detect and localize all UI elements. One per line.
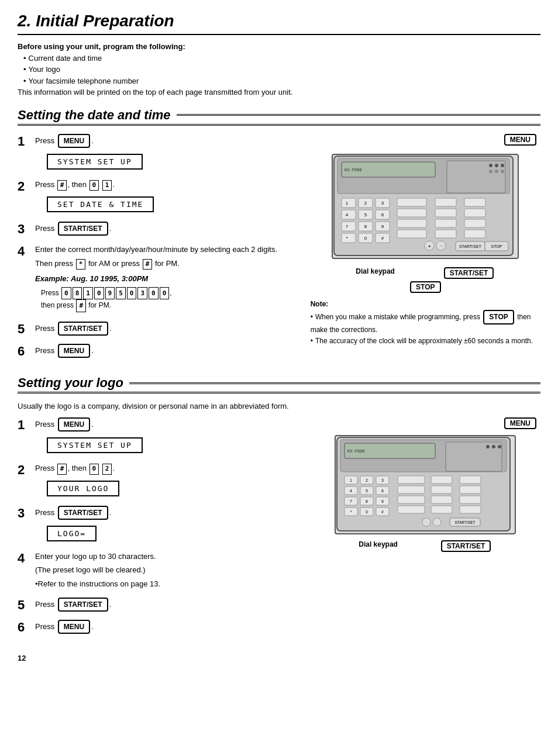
svg-text:9: 9 [381, 224, 384, 229]
lcd-your-logo: YOUR LOGO [47, 481, 119, 496]
svg-rect-17 [342, 210, 356, 219]
step-1: 1 Press MENU. SYSTEM SET UP [18, 134, 299, 173]
svg-rect-96 [460, 486, 481, 493]
svg-rect-94 [431, 506, 452, 513]
stop-diagram-label: STOP [410, 281, 440, 293]
section2-title: Setting your logo [18, 375, 540, 393]
svg-point-10 [501, 170, 504, 173]
svg-text:6: 6 [381, 212, 384, 218]
example-block: Example: Aug. 10 1995, 3:00PM Press 0810… [35, 273, 299, 312]
section1-diagram: MENU KX-F900 [311, 134, 540, 367]
svg-point-5 [489, 164, 492, 167]
menu-button-6: MENU [58, 344, 90, 358]
svg-text:#: # [381, 236, 384, 241]
logo-step-1: 1 Press MENU. SYSTEM SET UP [18, 417, 299, 457]
step-4: 4 Enter the correct month/day/year/hour/… [18, 244, 299, 316]
section2-diagram: MENU KX-F900 1 2 3 4 [311, 417, 540, 642]
fax-machine-diagram-2: KX-F900 1 2 3 4 5 6 7 [335, 435, 516, 534]
svg-rect-95 [460, 476, 481, 484]
svg-rect-39 [435, 198, 456, 206]
zero-key: 0 [89, 180, 99, 191]
menu-button-label: MENU [58, 134, 90, 148]
dial-keypad-label: Dial keypad [356, 267, 395, 279]
logo-step-5: 5 Press START/SET. [18, 598, 299, 614]
svg-text:3: 3 [381, 478, 384, 482]
svg-rect-44 [464, 209, 485, 217]
svg-rect-98 [460, 506, 481, 513]
svg-point-60 [486, 445, 490, 448]
svg-text:5: 5 [364, 212, 367, 218]
hash-key: # [57, 180, 67, 191]
fax-machine-diagram-1: KX-F900 1 2 3 4 [332, 154, 519, 259]
svg-text:5: 5 [366, 489, 368, 493]
svg-point-9 [495, 170, 498, 173]
startset-logo3: START/SET [58, 506, 108, 520]
startset-button-5: START/SET [58, 322, 108, 336]
svg-text:→: → [439, 244, 443, 248]
svg-rect-29 [342, 233, 356, 243]
section2-steps: 1 Press MENU. SYSTEM SET UP 2 Press #, t… [18, 417, 299, 642]
diagram2-labels: Dial keypad START/SET [337, 540, 513, 552]
svg-text:STOP: STOP [491, 244, 502, 248]
svg-rect-91 [431, 476, 452, 484]
svg-rect-88 [398, 486, 425, 493]
svg-text:START/SET: START/SET [455, 520, 476, 524]
svg-rect-38 [397, 230, 426, 238]
svg-text:2: 2 [366, 478, 368, 482]
zero-key-logo: 0 [89, 464, 99, 475]
svg-rect-37 [397, 219, 426, 227]
page-title: 2. Initial Preparation [18, 12, 540, 35]
svg-rect-90 [398, 506, 425, 513]
menu-button-logo1: MENU [58, 417, 90, 431]
star-key: * [76, 259, 86, 270]
lcd-set-date-time: SET DATE & TIME [47, 196, 154, 212]
svg-point-8 [489, 170, 492, 173]
svg-rect-46 [464, 230, 485, 238]
svg-rect-41 [435, 219, 456, 227]
svg-text:9: 9 [381, 499, 384, 503]
page-number: 12 [18, 654, 540, 662]
intro-block: Before using your unit, program the foll… [18, 41, 540, 98]
svg-text:6: 6 [381, 489, 384, 493]
menu-logo6: MENU [58, 620, 90, 634]
one-key: 1 [102, 180, 112, 191]
svg-rect-89 [398, 496, 425, 503]
svg-rect-93 [431, 496, 452, 503]
svg-text:●: ● [428, 244, 430, 248]
svg-point-6 [495, 164, 498, 167]
svg-rect-92 [431, 486, 452, 493]
menu-label-diagram1: MENU [504, 134, 536, 146]
svg-rect-87 [398, 476, 425, 484]
logo-step-3: 3 Press START/SET. LOGO= [18, 506, 299, 545]
lcd-system-setup: SYSTEM SET UP [47, 154, 143, 170]
svg-text:4: 4 [346, 212, 349, 218]
startset-logo5: START/SET [58, 598, 108, 612]
svg-rect-42 [435, 230, 456, 238]
svg-text:*: * [346, 236, 348, 241]
hash-key-pm: # [143, 259, 153, 270]
logo-step-4: 4 Enter your logo up to 30 characters. (… [18, 551, 299, 592]
logo-step-2: 2 Press #, then 0 2. YOUR LOGO [18, 462, 299, 500]
logo-step-6: 6 Press MENU. [18, 620, 299, 636]
svg-point-62 [498, 445, 501, 448]
svg-rect-43 [464, 198, 485, 206]
svg-text:3: 3 [381, 201, 384, 206]
startset-label2: START/SET [441, 540, 491, 552]
step-3: 3 Press START/SET. [18, 222, 299, 238]
svg-text:8: 8 [366, 499, 368, 503]
step-2: 2 Press #, then 0 1. SET DATE & TIME [18, 179, 299, 216]
svg-rect-40 [435, 209, 456, 217]
svg-text:1: 1 [346, 201, 349, 206]
section1-title: Setting the date and time [18, 108, 540, 126]
two-key-logo: 2 [102, 464, 112, 475]
svg-point-61 [492, 445, 495, 448]
svg-rect-35 [397, 198, 426, 206]
step-6: 6 Press MENU. [18, 344, 299, 360]
svg-text:1: 1 [350, 478, 352, 482]
svg-point-99 [422, 518, 430, 526]
lcd-system-setup-logo: SYSTEM SET UP [47, 437, 143, 453]
svg-text:7: 7 [346, 224, 349, 229]
svg-point-100 [433, 518, 441, 526]
diagram1-labels: Dial keypad START/SET [332, 267, 519, 279]
section2-content: 1 Press MENU. SYSTEM SET UP 2 Press #, t… [18, 417, 540, 642]
